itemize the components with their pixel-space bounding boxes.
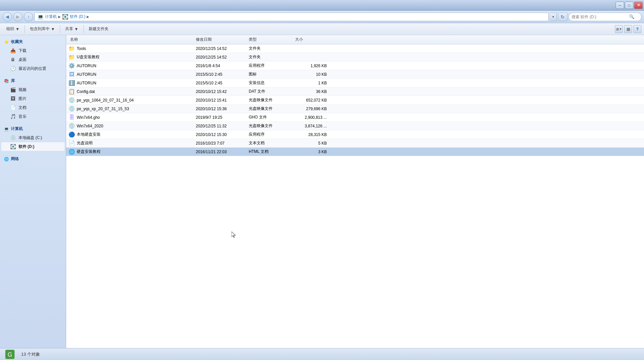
file-list-area[interactable]: 名称 修改日期 类型 大小 📁 Tools 2020/12/25 14:52 文… [66, 35, 644, 348]
documents-label: 文档 [19, 105, 26, 111]
file-modified-7: 2020/10/12 15:36 [194, 107, 247, 111]
file-modified-4: 2015/5/10 2:45 [194, 81, 247, 85]
file-icon-9: 💿 [69, 123, 75, 129]
breadcrumb-dropdown[interactable]: ▼ [550, 13, 557, 21]
local-disk-c-icon: 💿 [10, 135, 16, 141]
sidebar-header-favorites[interactable]: ⭐ 收藏夹 [0, 38, 66, 46]
downloads-icon: 📥 [10, 48, 16, 54]
file-type-7: 光盘映像文件 [247, 106, 294, 112]
file-row-8[interactable]: 🗄 Win7x64.gho 2019/9/7 19:25 GHO 文件 2,90… [66, 113, 644, 122]
sidebar-item-desktop[interactable]: 🖥 桌面 [1, 55, 64, 64]
file-icon-2: ⚙️ [69, 63, 75, 69]
file-modified-6: 2020/10/12 15:41 [194, 98, 247, 103]
breadcrumb-arrow-1: ▶ [58, 15, 61, 19]
new-folder-button[interactable]: 新建文件夹 [85, 24, 112, 34]
documents-icon: 📄 [10, 105, 16, 111]
sidebar-item-video[interactable]: 🎬 视频 [1, 85, 64, 94]
column-headers: 名称 修改日期 类型 大小 [66, 35, 644, 44]
forward-button[interactable]: ▶ [13, 12, 22, 22]
col-header-type[interactable]: 类型 [247, 37, 294, 42]
file-row-10[interactable]: 🔵 本地硬盘安装 2020/10/12 15:30 应用程序 28,315 KB [66, 130, 644, 139]
file-name-8: 🗄 Win7x64.gho [69, 114, 194, 120]
organize-button[interactable]: 组织 ▼ [3, 24, 23, 34]
software-d-label: 软件 (D:) [19, 144, 34, 150]
file-row-4[interactable]: ℹ️ AUTORUN 2015/5/10 2:45 安装信息 1 KB [66, 79, 644, 87]
help-button[interactable]: ? [633, 25, 641, 33]
toolbar-separator-2 [60, 25, 60, 33]
file-label-2: AUTORUN [77, 64, 96, 68]
file-row-3[interactable]: 🖼 AUTORUN 2015/5/10 2:45 图标 10 KB [66, 70, 644, 79]
col-header-modified[interactable]: 修改日期 [194, 37, 247, 42]
col-header-size[interactable]: 大小 [294, 37, 333, 42]
music-icon: 🎵 [10, 113, 16, 119]
back-button[interactable]: ◀ [3, 12, 12, 22]
file-name-4: ℹ️ AUTORUN [69, 80, 194, 86]
file-row-9[interactable]: 💿 Win7x64_2020 2020/12/25 11:32 光盘映像文件 3… [66, 122, 644, 130]
sidebar-item-music[interactable]: 🎵 音乐 [1, 112, 64, 121]
sidebar-header-network[interactable]: 🌐 网络 [0, 155, 66, 163]
breadcrumb-computer[interactable]: 计算机 [45, 14, 57, 20]
close-button[interactable]: ✕ [634, 2, 643, 9]
title-bar-buttons: ─ □ ✕ [616, 2, 643, 9]
sidebar-item-software-d[interactable]: 💽 软件 (D:) [1, 142, 64, 151]
file-icon-0: 📁 [69, 46, 75, 52]
toolbar: 组织 ▼ 包含到库中 ▼ 共享 ▼ 新建文件夹 ≣ ▼ ▦ ? [0, 23, 644, 35]
sidebar-item-recent[interactable]: 🕐 最近访问的位置 [1, 64, 64, 73]
sidebar-item-downloads[interactable]: 📥 下载 [1, 46, 64, 55]
file-size-8: 2,900,813 ... [294, 115, 333, 120]
file-type-9: 光盘映像文件 [247, 123, 294, 129]
file-label-0: Tools [77, 46, 86, 51]
search-icon[interactable]: 🔍 [629, 14, 634, 19]
file-type-12: HTML 文档 [247, 149, 294, 155]
file-row-2[interactable]: ⚙️ AUTORUN 2016/1/8 4:54 应用程序 1,926 KB [66, 62, 644, 70]
file-row-6[interactable]: 💿 pe_yqs_1064_20_07_31_16_04 2020/10/12 … [66, 96, 644, 105]
nav-bar: ◀ ▶ ↑ 💻 计算机 ▶ 💽 软件 (D:) ▶ ▼ ↻ 🔍 [0, 11, 644, 23]
col-header-name[interactable]: 名称 [69, 37, 194, 42]
pictures-label: 图片 [19, 96, 26, 102]
recent-label: 最近访问的位置 [19, 66, 46, 71]
file-row-7[interactable]: 💿 pe_yqs_xp_20_07_31_15_53 2020/10/12 15… [66, 105, 644, 113]
sidebar-section-computer: 💻 计算机 💿 本地磁盘 (C:) 💽 软件 (D:) [0, 125, 66, 151]
recent-icon: 🕐 [10, 66, 16, 71]
file-row-11[interactable]: 📄 光盘说明 2016/10/23 7:07 文本文档 5 KB [66, 139, 644, 148]
file-modified-0: 2020/12/25 14:52 [194, 46, 247, 51]
maximize-button[interactable]: □ [625, 2, 633, 9]
file-label-1: U盘安装教程 [77, 54, 100, 60]
search-input[interactable] [572, 15, 628, 19]
view-icon: ≣ [616, 27, 619, 31]
file-size-5: 36 KB [294, 89, 333, 94]
file-size-6: 652,072 KB [294, 98, 333, 103]
up-button[interactable]: ↑ [24, 12, 33, 22]
sidebar-header-library[interactable]: 📚 库 [0, 77, 66, 85]
file-label-8: Win7x64.gho [77, 115, 100, 120]
sidebar-item-pictures[interactable]: 🖼 图片 [1, 94, 64, 103]
organize-dropdown-icon: ▼ [16, 27, 20, 31]
network-label: 网络 [11, 156, 19, 162]
file-name-6: 💿 pe_yqs_1064_20_07_31_16_04 [69, 97, 194, 103]
sidebar-item-local-disk-c[interactable]: 💿 本地磁盘 (C:) [1, 133, 64, 142]
video-icon: 🎬 [10, 87, 16, 93]
refresh-button[interactable]: ↻ [558, 13, 567, 21]
file-row-1[interactable]: 📁 U盘安装教程 2020/12/25 14:52 文件夹 [66, 53, 644, 62]
sidebar-header-computer[interactable]: 💻 计算机 [0, 125, 66, 133]
file-icon-3: 🖼 [69, 71, 75, 77]
include-library-button[interactable]: 包含到库中 ▼ [26, 24, 59, 34]
desktop-icon: 🖥 [10, 57, 16, 63]
file-icon-4: ℹ️ [69, 80, 75, 86]
file-row-5[interactable]: 📋 Config.dat 2020/10/12 15:42 DAT 文件 36 … [66, 87, 644, 96]
file-size-11: 5 KB [294, 141, 333, 146]
preview-pane-button[interactable]: ▦ [624, 25, 632, 33]
music-label: 音乐 [19, 114, 26, 119]
sidebar-section-library: 📚 库 🎬 视频 🖼 图片 📄 文档 🎵 音乐 [0, 77, 66, 121]
include-label: 包含到库中 [30, 26, 50, 32]
view-button[interactable]: ≣ ▼ [615, 25, 623, 33]
file-row-0[interactable]: 📁 Tools 2020/12/25 14:52 文件夹 [66, 44, 644, 53]
breadcrumb-software-d[interactable]: 软件 (D:) [70, 14, 85, 20]
file-row-12[interactable]: 🌐 硬盘安装教程 2016/11/21 22:03 HTML 文档 3 KB [66, 148, 644, 156]
minimize-button[interactable]: ─ [616, 2, 624, 9]
share-button[interactable]: 共享 ▼ [62, 24, 82, 34]
file-type-10: 应用程序 [247, 132, 294, 137]
sidebar-item-documents[interactable]: 📄 文档 [1, 103, 64, 112]
pictures-icon: 🖼 [10, 96, 16, 102]
local-disk-c-label: 本地磁盘 (C:) [19, 135, 42, 141]
